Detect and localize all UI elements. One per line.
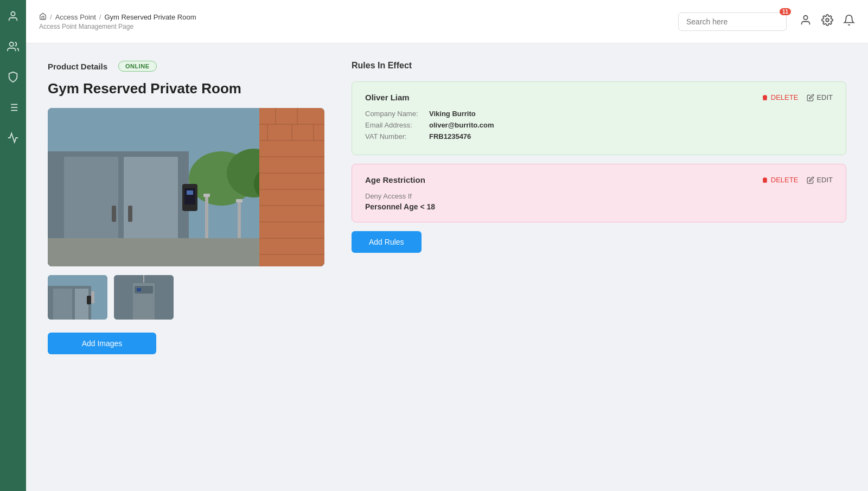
svg-rect-27 xyxy=(236,199,242,202)
home-icon[interactable] xyxy=(39,12,47,22)
svg-rect-54 xyxy=(137,288,141,291)
svg-rect-22 xyxy=(187,190,193,195)
online-badge: ONLINE xyxy=(118,61,157,72)
list-icon[interactable] xyxy=(5,100,21,115)
sidebar xyxy=(0,0,26,491)
edit-button-1[interactable]: EDIT xyxy=(807,93,833,101)
thumbnail-2[interactable] xyxy=(114,275,174,320)
bell-icon[interactable] xyxy=(843,14,855,29)
svg-rect-46 xyxy=(75,289,88,320)
rules-title: Rules In Effect xyxy=(352,61,846,71)
svg-point-0 xyxy=(11,12,15,16)
svg-point-1 xyxy=(10,42,14,46)
svg-rect-18 xyxy=(112,206,116,222)
rule-detail-vat: VAT Number: FRB1235476 xyxy=(365,132,833,141)
rule-card-age-restriction: Age Restriction DELETE xyxy=(352,164,846,222)
breadcrumb-access-point[interactable]: Access Point xyxy=(55,13,96,21)
breadcrumb: / Access Point / Gym Reserved Private Ro… xyxy=(39,12,672,30)
topbar: / Access Point / Gym Reserved Private Ro… xyxy=(26,0,868,43)
right-panel: Rules In Effect Oliver Liam DELETE xyxy=(352,61,846,474)
breadcrumb-separator-1: / xyxy=(50,13,52,21)
rule-card-name-2: Age Restriction xyxy=(365,175,425,184)
edit-button-2[interactable]: EDIT xyxy=(807,176,833,184)
group-icon[interactable] xyxy=(5,39,21,54)
main-image xyxy=(48,108,324,266)
breadcrumb-separator-2: / xyxy=(99,13,101,21)
content-area: Product Details ONLINE Gym Reserved Priv… xyxy=(26,43,868,491)
rule-card-oliver-liam: Oliver Liam DELETE xyxy=(352,81,846,155)
thumbnails-container xyxy=(48,275,330,320)
rule-card-header-2: Age Restriction DELETE xyxy=(365,175,833,184)
thumbnail-1[interactable] xyxy=(48,275,107,320)
notification-badge: 11 xyxy=(780,8,791,15)
rule-detail-company: Company Name: Viking Burrito xyxy=(365,110,833,118)
add-rules-button[interactable]: Add Rules xyxy=(352,231,422,253)
breadcrumb-top: / Access Point / Gym Reserved Private Ro… xyxy=(39,12,672,22)
rule-card-actions-1: DELETE EDIT xyxy=(761,93,833,101)
main-wrapper: / Access Point / Gym Reserved Private Ro… xyxy=(26,0,868,491)
rule-condition: Personnel Age < 18 xyxy=(365,202,833,211)
user-profile-icon[interactable] xyxy=(800,14,812,29)
product-details-title: Product Details xyxy=(48,62,107,71)
rule-detail-email: Email Address: oliver@burrito.com xyxy=(365,121,833,129)
analytics-icon[interactable] xyxy=(5,130,21,145)
svg-rect-26 xyxy=(238,200,241,238)
settings-icon[interactable] xyxy=(821,14,833,29)
search-input[interactable] xyxy=(678,12,787,31)
breadcrumb-current: Gym Reserved Private Room xyxy=(104,13,196,21)
svg-rect-19 xyxy=(128,206,132,222)
svg-rect-45 xyxy=(53,289,72,320)
svg-rect-47 xyxy=(87,296,91,304)
rule-card-header-1: Oliver Liam DELETE xyxy=(365,93,833,102)
product-details-header: Product Details ONLINE xyxy=(48,61,330,72)
rule-card-name-1: Oliver Liam xyxy=(365,93,410,102)
delete-button-2[interactable]: DELETE xyxy=(761,176,799,184)
person-icon[interactable] xyxy=(5,9,21,24)
add-images-button[interactable]: Add Images xyxy=(48,333,156,354)
svg-rect-49 xyxy=(91,291,94,303)
svg-point-8 xyxy=(803,16,807,20)
rule-card-actions-2: DELETE EDIT xyxy=(761,176,833,184)
search-container: 11 xyxy=(678,12,787,31)
svg-point-9 xyxy=(826,18,829,22)
rule-deny-text: Deny Access If xyxy=(365,192,833,200)
svg-rect-24 xyxy=(205,195,208,238)
topbar-actions xyxy=(800,14,855,29)
breadcrumb-subtitle: Access Point Management Page xyxy=(39,23,672,30)
product-name: Gym Reserved Private Room xyxy=(48,80,330,97)
delete-button-1[interactable]: DELETE xyxy=(761,93,799,101)
left-panel: Product Details ONLINE Gym Reserved Priv… xyxy=(48,61,330,474)
shield-icon[interactable] xyxy=(5,69,21,85)
svg-rect-25 xyxy=(203,194,210,197)
